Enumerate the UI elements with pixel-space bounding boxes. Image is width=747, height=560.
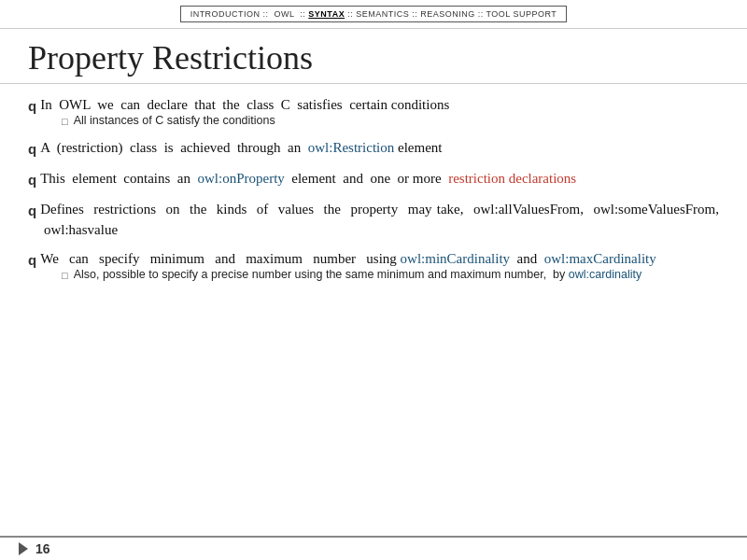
bullet-text-3: This element contains an owl:onProperty … bbox=[40, 169, 719, 189]
sub-bullet-group-1: □ All instances of C satisfy the conditi… bbox=[28, 113, 719, 130]
bullet-marker-2: q bbox=[28, 139, 36, 160]
owl-restriction-term: owl:Restriction bbox=[308, 140, 395, 155]
bullet-group-4: q Defines restrictions on the kinds of v… bbox=[28, 200, 719, 241]
slide-number: 16 bbox=[35, 541, 50, 556]
slide-title: Property Restrictions bbox=[0, 29, 747, 84]
content-area: q In OWL we can declare that the class C… bbox=[0, 91, 747, 536]
bullet-text-2: A (restriction) class is achieved throug… bbox=[40, 138, 719, 159]
bullet-text-4: Defines restrictions on the kinds of val… bbox=[40, 200, 719, 241]
restriction-declarations-term: restriction declarations bbox=[448, 171, 576, 186]
sub-bullet-marker-5: □ bbox=[62, 269, 68, 283]
sub-bullet-marker-1: □ bbox=[62, 115, 68, 129]
sub-bullet-item-5: □ Also, possible to specify a precise nu… bbox=[62, 267, 719, 284]
top-navigation: INTRODUCTION :: OWL :: SYNTAX :: SEMANTI… bbox=[0, 0, 747, 29]
bullet-item-4: q Defines restrictions on the kinds of v… bbox=[28, 200, 719, 241]
sub-bullet-text-5: Also, possible to specify a precise numb… bbox=[74, 267, 719, 284]
bullet-marker-4: q bbox=[28, 201, 36, 221]
owl-maxcardinality-term: owl:maxCardinality bbox=[544, 251, 656, 266]
bullet-group-3: q This element contains an owl:onPropert… bbox=[28, 169, 719, 190]
owl-cardinality-term: owl:cardinality bbox=[569, 268, 642, 281]
bullet-item-3: q This element contains an owl:onPropert… bbox=[28, 169, 719, 190]
bottom-bar: 16 bbox=[0, 536, 747, 560]
bullet-group-5: q We can specify minimum and maximum num… bbox=[28, 249, 719, 283]
bullet-item-2: q A (restriction) class is achieved thro… bbox=[28, 138, 719, 160]
sub-bullet-text-1: All instances of C satisfy the condition… bbox=[74, 113, 719, 130]
bullet-marker-1: q bbox=[28, 96, 36, 117]
owl-mincardinality-term: owl:minCardinality bbox=[401, 251, 511, 266]
nav-bar: INTRODUCTION :: OWL :: SYNTAX :: SEMANTI… bbox=[180, 6, 568, 22]
slide: INTRODUCTION :: OWL :: SYNTAX :: SEMANTI… bbox=[0, 0, 747, 560]
slide-arrow-icon bbox=[19, 542, 28, 555]
bullet-group-1: q In OWL we can declare that the class C… bbox=[28, 95, 719, 129]
bullet-group-2: q A (restriction) class is achieved thro… bbox=[28, 138, 719, 160]
bullet-marker-5: q bbox=[28, 250, 36, 271]
nav-active-syntax: SYNTAX bbox=[308, 9, 345, 19]
sub-bullet-item-1: □ All instances of C satisfy the conditi… bbox=[62, 113, 719, 130]
bullet-marker-3: q bbox=[28, 170, 36, 190]
sub-bullet-group-5: □ Also, possible to specify a precise nu… bbox=[28, 267, 719, 284]
owl-onproperty-term: owl:onProperty bbox=[197, 171, 284, 186]
